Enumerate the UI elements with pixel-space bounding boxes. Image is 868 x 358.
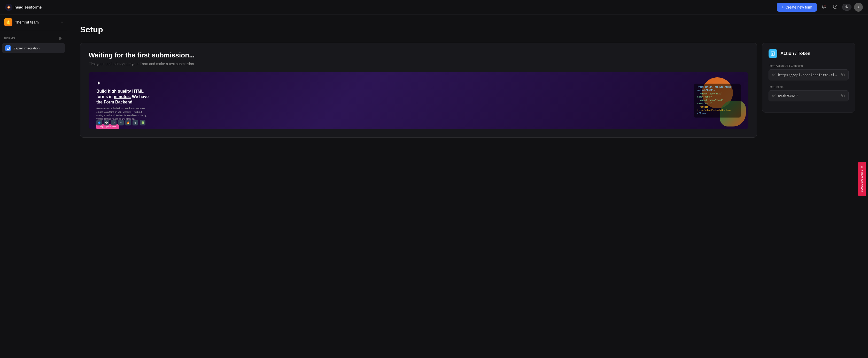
create-button-label: Create new form [785,5,812,9]
form-token-field: uv3b7Q8NC2 [769,90,848,102]
sidebar: 🌟 The first team ▾ Forms ⊕ [0,15,67,358]
copy-form-action-button[interactable] [841,72,845,78]
preview-inner: ✦ Build high quality HTML forms in minut… [89,72,748,129]
waiting-card: Waiting for the first submission... Firs… [80,43,757,138]
svg-rect-7 [771,52,775,55]
form-token-label: Form Token [769,85,848,88]
form-action-field: https://api.headlessforms.cloud/api/ [769,69,848,80]
team-icon: 🌟 [4,18,12,26]
svg-rect-4 [7,47,9,49]
waiting-subtitle: First you need to integrate your Form an… [89,62,748,66]
form-token-field-group: Form Token uv3b7Q8NC2 [769,85,848,102]
add-form-button[interactable]: ⊕ [57,35,63,41]
waiting-title: Waiting for the first submission... [89,51,748,59]
forms-section-header: Forms ⊕ [2,34,65,43]
notifications-button[interactable] [819,3,828,11]
preview-description: Receive form submissions, send auto resp… [96,107,148,121]
help-icon [833,4,838,10]
content-grid: Waiting for the first submission... Firs… [80,43,855,138]
help-button[interactable] [831,3,840,11]
team-name: The first team [15,20,59,24]
forms-section: Forms ⊕ Zapier integration [0,30,67,55]
logo-dot-7: 📗 [140,120,146,126]
plus-icon: + [781,5,784,9]
form-action-field-group: Form Action (API Endpoint) https://api.h… [769,64,848,80]
preview-logos: 🔷 💬 ↗ ✦ 🔥 ⊕ 📗 [96,120,146,126]
logo-dot-2: 💬 [103,120,109,126]
zapier-integration-label: Zapier integration [13,46,39,50]
form-action-label: Form Action (API Endpoint) [769,64,848,67]
logo-dot-5: 🔥 [125,120,131,126]
action-card-header: Action / Token [769,49,848,58]
theme-toggle-button[interactable] [842,4,851,10]
avatar-initials: A [858,5,860,9]
form-action-value: https://api.headlessforms.cloud/api/ [778,73,838,77]
svg-rect-10 [842,74,844,76]
copy-form-token-button[interactable] [841,93,845,99]
link-icon [772,73,776,77]
nav-left: headlessforms [5,4,42,11]
action-card-icon [769,49,777,58]
forms-section-label: Forms [4,37,15,40]
logo-dot-6: ⊕ [132,120,138,126]
form-icon [5,45,11,51]
page-title: Setup [80,25,855,34]
app-name: headlessforms [14,5,42,9]
nav-right: + Create new form [777,3,863,11]
top-navigation: headlessforms + Create new form [0,0,868,15]
feedback-label: Share feedback [860,170,864,192]
feedback-tab[interactable]: ✏ Share feedback [858,162,866,196]
user-avatar[interactable]: A [854,3,863,11]
preview-headline: Build high quality HTML forms in minutes… [96,89,153,105]
signup-label: Sign Up for free [99,125,116,128]
main-content: Setup Waiting for the first submission..… [67,15,868,358]
page-layout: 🌟 The first team ▾ Forms ⊕ [0,0,868,358]
pencil-icon: ✏ [860,166,864,169]
logo-dot-4: ✦ [118,120,124,126]
action-card-title: Action / Token [780,51,810,56]
team-selector[interactable]: 🌟 The first team ▾ [0,15,67,30]
code-block: <form action="headlessforms" method="POS… [694,84,741,117]
sidebar-item-zapier-integration[interactable]: Zapier integration [2,43,65,53]
preview-image: ✦ Build high quality HTML forms in minut… [89,72,748,129]
bell-icon [822,4,826,10]
action-token-card: Action / Token Form Action (API Endpoint… [762,43,855,112]
key-icon [772,94,776,98]
logo-dot-3: ↗ [111,120,117,126]
chevron-down-icon: ▾ [61,21,63,24]
logo-dot-1: 🔷 [96,120,102,126]
add-icon: ⊕ [58,36,62,41]
svg-point-1 [824,5,826,6]
app-logo-icon [5,4,12,11]
svg-rect-11 [842,95,844,97]
moon-icon [845,5,848,9]
form-token-value: uv3b7Q8NC2 [778,94,838,98]
star-icon: ✦ [96,80,153,87]
create-new-form-button[interactable]: + Create new form [777,3,817,11]
